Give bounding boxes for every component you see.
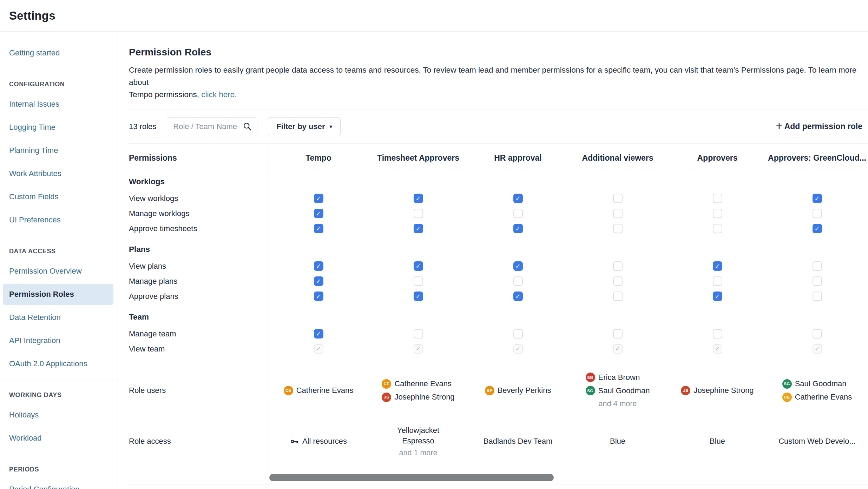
permission-checkbox-unchecked[interactable] — [713, 194, 722, 203]
permission-checkbox-unchecked[interactable] — [813, 209, 822, 218]
permission-cell — [767, 329, 867, 339]
permission-label-approve-timesheets: Approve timesheets — [129, 224, 269, 233]
permission-checkbox-checked[interactable]: ✓ — [314, 276, 323, 286]
user-name: Catherine Evans — [795, 393, 852, 402]
sidebar-item-ui-preferences[interactable]: UI Preferences — [3, 209, 113, 230]
permission-checkbox-checked[interactable]: ✓ — [513, 261, 523, 271]
permission-row: Manage plans✓ — [129, 274, 868, 289]
permission-checkbox-unchecked[interactable] — [414, 209, 423, 218]
permission-checkbox-unchecked[interactable] — [613, 209, 623, 218]
permission-checkbox-unchecked[interactable] — [513, 276, 523, 286]
permission-checkbox-unchecked[interactable] — [613, 329, 623, 339]
permission-checkbox-checked[interactable]: ✓ — [314, 224, 323, 233]
role-users-cell: CECatherine EvansJSJosephine Strong — [368, 379, 468, 402]
sidebar-section-label: PERIODS — [9, 466, 118, 473]
permission-checkbox-checked[interactable]: ✓ — [314, 194, 323, 203]
permission-checkbox-unchecked[interactable] — [414, 276, 423, 286]
permission-cell: ✓ — [368, 261, 468, 271]
permission-row: Manage team✓ — [129, 326, 868, 341]
main-panel: Permission Roles Create permission roles… — [118, 32, 868, 489]
permission-checkbox-checked[interactable]: ✓ — [813, 224, 822, 233]
role-users-stack: CECatherine Evans — [284, 386, 354, 395]
permission-checkbox-unchecked[interactable] — [613, 194, 623, 203]
user-name: Josephine Strong — [394, 393, 454, 402]
sidebar-item-holidays[interactable]: Holidays — [3, 404, 113, 426]
role-access-cell: Badlands Dev Team — [468, 436, 568, 447]
permission-checkbox-unchecked[interactable] — [813, 261, 822, 271]
permission-checkbox-checked[interactable]: ✓ — [414, 194, 423, 203]
permission-checkbox-checked[interactable]: ✓ — [414, 292, 423, 301]
permission-label-view-plans: View plans — [129, 262, 269, 271]
permission-checkbox-unchecked[interactable] — [713, 329, 722, 339]
permission-checkbox-checked[interactable]: ✓ — [513, 292, 523, 301]
permission-checkbox-checked[interactable]: ✓ — [513, 194, 523, 203]
permission-checkbox-unchecked[interactable] — [414, 329, 423, 339]
role-search[interactable] — [167, 117, 257, 136]
permission-checkbox-unchecked[interactable] — [813, 292, 822, 301]
chevron-down-icon: ▾ — [329, 123, 332, 130]
sidebar-item-period-configuration[interactable]: Period Configuration — [3, 479, 113, 489]
sidebar-item-planning-time[interactable]: Planning Time — [3, 140, 113, 161]
role-column-header-approvers-greencloud: Approvers: GreenCloud... — [768, 153, 866, 163]
roles-toolbar: 13 roles Filter by user ▾ + Add permissi… — [129, 109, 868, 143]
role-user-chip: CECatherine Evans — [284, 386, 354, 395]
permission-checkbox-unchecked[interactable] — [813, 329, 822, 339]
user-avatar: CE — [382, 379, 391, 389]
sidebar-item-permission-overview[interactable]: Permission Overview — [3, 261, 113, 282]
permission-checkbox-checked[interactable]: ✓ — [314, 329, 323, 339]
role-user-chip: BPBeverly Perkins — [485, 386, 551, 395]
role-column-header-hr-approval: HR approval — [494, 153, 541, 163]
sidebar-section: WORKING DAYSHolidaysWorkload — [0, 381, 118, 449]
user-avatar: CE — [782, 393, 792, 402]
settings-sidebar: Getting startedCONFIGURATIONInternal Iss… — [0, 32, 118, 489]
permission-checkbox-checked[interactable]: ✓ — [513, 224, 523, 233]
permission-checkbox-checked[interactable]: ✓ — [713, 261, 722, 271]
sidebar-section: PERIODSPeriod ConfigurationPeriod Manage… — [0, 455, 118, 489]
permission-checkbox-checked[interactable]: ✓ — [414, 224, 423, 233]
role-access-stack: All resources — [290, 436, 347, 447]
permission-cell: ✓ — [468, 292, 568, 301]
sidebar-item-logging-time[interactable]: Logging Time — [3, 117, 113, 138]
permission-checkbox-unchecked[interactable] — [613, 292, 623, 301]
permission-group-plans: Plans — [129, 245, 269, 254]
permission-checkbox-disabled: ✓ — [414, 344, 423, 354]
sidebar-item-work-attributes[interactable]: Work Attributes — [3, 163, 113, 184]
sidebar-item-workload[interactable]: Workload — [3, 428, 113, 449]
permission-checkbox-checked[interactable]: ✓ — [813, 194, 822, 203]
sidebar-item-api-integration[interactable]: API Integration — [3, 330, 113, 351]
permission-checkbox-unchecked[interactable] — [813, 276, 822, 286]
permission-cell: ✓ — [368, 194, 468, 203]
permission-cell: ✓ — [668, 344, 767, 354]
sidebar-item-internal-issues[interactable]: Internal Issues — [3, 94, 113, 115]
role-access-cell: Custom Web Develo... — [767, 436, 867, 447]
permission-checkbox-checked[interactable]: ✓ — [314, 261, 323, 271]
sidebar-item-data-retention[interactable]: Data Retention — [3, 307, 113, 328]
search-input[interactable] — [173, 122, 240, 131]
sidebar-item-oauth-2-0-applications[interactable]: OAuth 2.0 Applications — [3, 353, 113, 374]
click-here-link[interactable]: click here — [201, 90, 235, 99]
permission-cell: ✓ — [368, 292, 468, 301]
permission-checkbox-unchecked[interactable] — [713, 224, 722, 233]
permission-checkbox-checked[interactable]: ✓ — [314, 209, 323, 218]
permission-checkbox-unchecked[interactable] — [513, 329, 523, 339]
permission-cell: ✓ — [668, 292, 767, 301]
permission-checkbox-unchecked[interactable] — [613, 224, 623, 233]
permission-checkbox-checked[interactable]: ✓ — [414, 261, 423, 271]
permission-checkbox-unchecked[interactable] — [513, 209, 523, 218]
permission-checkbox-unchecked[interactable] — [613, 261, 623, 271]
permission-checkbox-unchecked[interactable] — [713, 276, 722, 286]
role-users-cell: BPBeverly Perkins — [468, 386, 568, 395]
sidebar-item-permission-roles[interactable]: Permission Roles — [3, 284, 113, 305]
permission-checkbox-unchecked[interactable] — [713, 209, 722, 218]
filter-by-user-button[interactable]: Filter by user ▾ — [268, 117, 341, 136]
add-permission-role-button[interactable]: + Add permission role — [776, 121, 862, 132]
sidebar-item-getting-started[interactable]: Getting started — [3, 42, 113, 63]
horizontal-scrollbar-thumb[interactable] — [269, 474, 554, 481]
permission-checkbox-unchecked[interactable] — [613, 276, 623, 286]
sidebar-item-custom-fields[interactable]: Custom Fields — [3, 186, 113, 207]
permission-cell — [668, 209, 767, 218]
role-user-chip: JSJosephine Strong — [382, 393, 454, 402]
permission-checkbox-checked[interactable]: ✓ — [713, 292, 722, 301]
description-text: Create permission roles to easily grant … — [129, 66, 856, 87]
permission-checkbox-checked[interactable]: ✓ — [314, 292, 323, 301]
